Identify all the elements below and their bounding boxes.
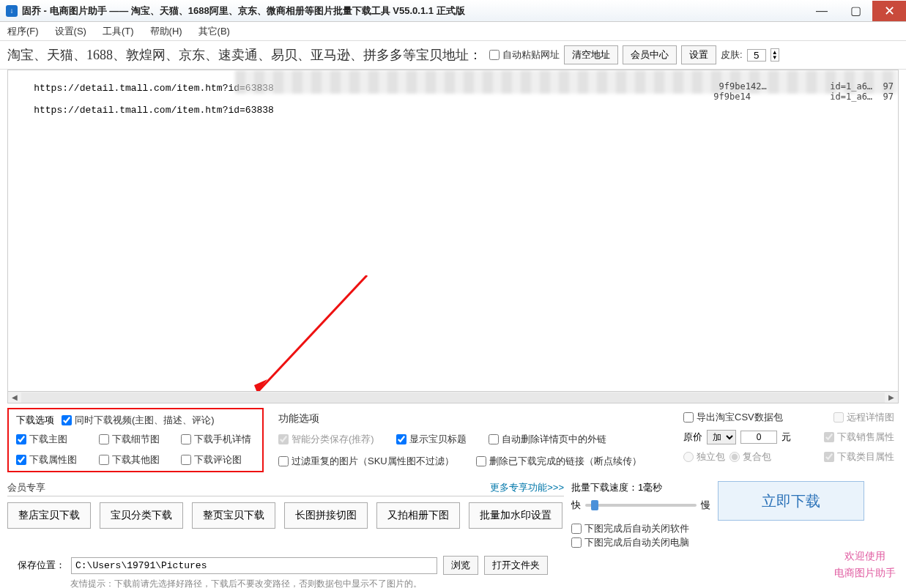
dl-cat-attr-checkbox: 下载类目属性 [824,450,894,464]
long-img-button[interactable]: 长图拼接切图 [284,502,368,529]
horizontal-scrollbar[interactable]: ◀ ▶ [7,392,899,403]
svg-marker-1 [254,379,267,392]
download-options-panel: 下载选项 同时下载视频(主图、描述、评论) 下载主图 下载细节图 下载手机详情 … [7,408,264,472]
save-path-input[interactable] [71,557,437,574]
speed-slow-label: 慢 [701,499,710,512]
remove-done-checkbox[interactable]: 删除已下载完成的链接（断点续传） [476,455,642,468]
other-img-checkbox[interactable]: 下载其他图 [99,453,173,466]
close-pc-checkbox[interactable]: 下图完成后自动关闭电脑 [571,536,689,549]
more-features-link[interactable]: 更多专享功能>>> [490,481,564,494]
toolbar: 淘宝、天猫、1688、敦煌网、京东、速卖通、易贝、亚马逊、拼多多等宝贝地址： 自… [0,41,906,70]
export-panel: 导出淘宝CSV数据包 远程详情图 原价 加 元 下载销售属性 独立包 复合包 下… [679,408,899,472]
save-label: 保存位置： [18,559,65,572]
svg-line-0 [257,275,367,392]
close-button[interactable]: ✕ [872,1,906,21]
welcome-text: 欢迎使用 电商图片助手 [834,548,896,581]
skin-label: 皮肤: [721,48,743,62]
show-title-checkbox[interactable]: 显示宝贝标题 [396,433,467,446]
function-options-panel: 功能选项 智能分类保存(推荐) 显示宝贝标题 自动删除详情页中的外链 过滤重复的… [272,408,670,477]
menu-help[interactable]: 帮助(H) [150,25,182,38]
member-label: 会员专享 [7,481,45,494]
auto-paste-checkbox[interactable]: 自动粘贴网址 [489,48,560,62]
watermark-button[interactable]: 批量加水印设置 [469,502,562,529]
download-now-button[interactable]: 立即下载 [718,481,864,521]
pack-compound-radio: 复合包 [729,450,771,464]
scroll-left-icon[interactable]: ◀ [8,392,21,403]
url-textarea[interactable]: https://detail.tmall.com/item.htm?id=638… [7,70,899,392]
menubar: 程序(F) 设置(S) 工具(T) 帮助(H) 其它(B) [0,22,906,41]
price-label: 原价 [683,431,702,444]
browse-button[interactable]: 浏览 [443,556,478,575]
scroll-right-icon[interactable]: ▶ [885,392,898,403]
mobile-detail-checkbox[interactable]: 下载手机详情 [181,433,255,446]
url-line-2: https://detail.tmall.com/item.htm?id=638… [34,105,274,116]
maximize-button[interactable]: ▢ [839,1,872,21]
member-panel: 会员专享 更多专享功能>>> 整店宝贝下载 宝贝分类下载 整页宝贝下载 长图拼接… [7,481,564,529]
main-img-checkbox[interactable]: 下载主图 [16,433,90,446]
member-center-button[interactable]: 会员中心 [623,45,677,64]
download-options-title: 下载选项 [16,414,54,427]
price-op-select[interactable]: 加 [707,430,736,444]
skin-value[interactable] [747,49,766,62]
app-icon: ↓ [6,5,18,17]
clear-url-button[interactable]: 清空地址 [564,45,618,64]
speed-label: 批量下载速度：1毫秒 [571,481,710,494]
export-csv-checkbox[interactable]: 导出淘宝CSV数据包 [683,411,783,424]
attr-img-checkbox[interactable]: 下载属性图 [16,453,90,466]
titlebar: ↓ 固乔 - 电商图片助手 —— 淘宝、天猫、1688阿里、京东、微商相册等图片… [0,0,906,22]
footer-hint: 友情提示：下载前请先选择好路径，下载后不要改变路径，否则数据包中显示不了图片的。 [0,576,906,588]
price-value-input[interactable] [740,431,777,444]
price-unit: 元 [781,431,791,444]
speed-fast-label: 快 [571,499,581,512]
speed-panel: 批量下载速度：1毫秒 快 慢 下图完成后自动关闭软件 下图完成后自动关闭电脑 [571,481,710,550]
menu-settings[interactable]: 设置(S) [55,25,86,38]
whole-shop-button[interactable]: 整店宝贝下载 [7,502,91,529]
minimize-button[interactable]: — [805,1,839,21]
pack-single-radio: 独立包 [683,450,725,464]
comment-img-checkbox[interactable]: 下载评论图 [181,453,255,466]
classify-button[interactable]: 宝贝分类下载 [100,502,183,529]
smart-save-checkbox: 智能分类保存(推荐) [278,433,374,446]
settings-button[interactable]: 设置 [681,45,716,64]
remote-detail-checkbox: 远程详情图 [833,411,894,424]
close-soft-checkbox[interactable]: 下图完成后自动关闭软件 [571,522,689,535]
save-bar: 保存位置： 浏览 打开文件夹 [0,550,906,576]
whole-page-button[interactable]: 整页宝贝下载 [192,502,275,529]
menu-tools[interactable]: 工具(T) [103,25,134,38]
album-button[interactable]: 又拍相册下图 [376,502,460,529]
filter-dup-checkbox[interactable]: 过滤重复的图片（SKU属性图不过滤） [278,455,454,468]
dl-sale-attr-checkbox: 下载销售属性 [824,431,894,444]
detail-img-checkbox[interactable]: 下载细节图 [99,433,173,446]
auto-remove-ext-checkbox[interactable]: 自动删除详情页中的外链 [489,433,606,446]
window-title: 固乔 - 电商图片助手 —— 淘宝、天猫、1688阿里、京东、微商相册等图片批量… [22,4,465,18]
function-options-title: 功能选项 [278,412,670,425]
menu-other[interactable]: 其它(B) [198,25,230,38]
open-folder-button[interactable]: 打开文件夹 [484,556,548,575]
menu-program[interactable]: 程序(F) [7,25,39,38]
red-arrow-annotation [250,275,382,392]
url-label: 淘宝、天猫、1688、敦煌网、京东、速卖通、易贝、亚马逊、拼多多等宝贝地址： [7,46,482,64]
skin-stepper[interactable]: ▲▼ [771,48,779,62]
simul-video-checkbox[interactable]: 同时下载视频(主图、描述、评论) [62,414,215,427]
speed-slider[interactable] [585,504,697,507]
